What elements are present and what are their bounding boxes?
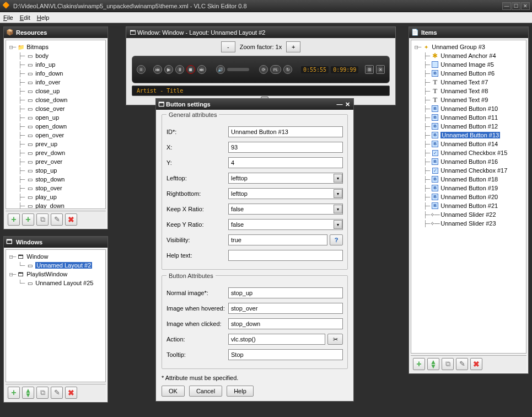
tree-item-bitmap[interactable]: ├─▭open_over [8, 131, 103, 140]
tree-root-bitmaps[interactable]: ⊟─📁Bitmaps [8, 42, 103, 51]
tree-item[interactable]: ├─BUnnamed Button #16 [413, 157, 524, 166]
repeat-icon[interactable]: ↻ [283, 65, 292, 74]
add-button[interactable]: + [413, 358, 425, 370]
x-field[interactable] [228, 142, 343, 153]
resources-tree[interactable]: ⊟─📁Bitmaps ├─▭body├─▭info_up├─▭info_down… [6, 40, 106, 209]
copy-button[interactable]: ⧉ [36, 213, 49, 226]
tree-item[interactable]: ├─BUnnamed Button #13 [413, 131, 524, 140]
reorder-button[interactable]: ▲▼ [22, 387, 34, 399]
tree-item[interactable]: ├─TUnnamed Text #7 [413, 78, 524, 87]
reorder-button[interactable]: ▲▼ [427, 358, 439, 370]
volume-slider[interactable] [227, 68, 249, 71]
items-tree[interactable]: ⊟─✦Unnamed Group #3 ├─✱Unnamed Anchor #4… [411, 40, 526, 354]
menu-help[interactable]: Help [37, 14, 50, 21]
action-field[interactable] [228, 334, 325, 345]
cancel-button[interactable]: Cancel [189, 386, 222, 397]
eq-icon[interactable]: ⊞ [365, 65, 374, 74]
tree-item-layout25[interactable]: └─▭Unnamed Layout #25 [8, 279, 103, 287]
hoverimg-field[interactable] [228, 303, 343, 314]
edit-button[interactable]: ✎ [456, 358, 468, 370]
tree-item-bitmap[interactable]: ├─▭prev_down [8, 148, 103, 157]
tree-item[interactable]: ├─BUnnamed Button #20 [413, 193, 524, 201]
keepx-select[interactable]: false▾ [228, 204, 343, 215]
tree-item-bitmap[interactable]: ├─▭open_down [8, 122, 103, 131]
minimize-button[interactable]: — [502, 2, 511, 10]
copy-button[interactable]: ⧉ [442, 358, 454, 370]
tree-item-playlistwindow[interactable]: ⊟─🗔PlaylistWindow [8, 270, 103, 279]
action-wizard-button[interactable]: ✂ [327, 334, 343, 345]
prev-icon[interactable]: ⏮ [153, 65, 162, 74]
tree-item-bitmap[interactable]: ├─▭info_over [8, 78, 103, 87]
delete-button[interactable]: ✖ [470, 358, 482, 370]
tree-item[interactable]: ├─BUnnamed Button #12 [413, 122, 524, 131]
tree-item-bitmap[interactable]: ├─▭close_down [8, 95, 103, 104]
pl-icon[interactable]: PL [270, 65, 281, 74]
menu-icon[interactable]: ≡ [137, 65, 146, 74]
add-button[interactable]: + [8, 387, 20, 399]
tree-item[interactable]: ├─⟡—Unnamed Slider #22 [413, 210, 524, 219]
delete-button[interactable]: ✖ [65, 387, 77, 399]
tree-item-bitmap[interactable]: ├─▭stop_over [8, 184, 103, 193]
tree-item-bitmap[interactable]: ├─▭play_down [8, 201, 103, 209]
tree-item-bitmap[interactable]: ├─▭info_up [8, 60, 103, 69]
tree-item-bitmap[interactable]: ├─▭close_over [8, 104, 103, 113]
menu-file[interactable]: File [3, 14, 13, 21]
lefttop-select[interactable]: lefttop▾ [228, 173, 343, 184]
helptext-field[interactable] [228, 250, 343, 261]
tree-item[interactable]: ├─BUnnamed Button #10 [413, 104, 524, 113]
id-field[interactable] [228, 126, 343, 137]
normalimg-field[interactable] [228, 287, 343, 298]
tree-item-bitmap[interactable]: ├─▭stop_up [8, 166, 103, 175]
tree-item-bitmap[interactable]: ├─▭play_up [8, 193, 103, 201]
tree-item[interactable]: ├─BUnnamed Button #6 [413, 69, 524, 78]
player-skin-preview[interactable]: ≡ ⏮ ▶ ⏸ ⏹ ⏭ 🔊 ⟳ PL ↻ [132, 56, 390, 83]
tree-item[interactable]: ├─Unnamed Image #5 [413, 60, 524, 69]
edit-button[interactable]: ✎ [51, 213, 63, 226]
maximize-button[interactable]: ☐ [512, 2, 520, 10]
tree-item-bitmap[interactable]: ├─▭open_up [8, 113, 103, 122]
shuffle-icon[interactable]: ⟳ [259, 65, 268, 74]
tree-item-bitmap[interactable]: ├─▭stop_down [8, 175, 103, 184]
tree-item-bitmap[interactable]: ├─▭prev_up [8, 140, 103, 148]
close-skin-icon[interactable]: ✕ [376, 65, 385, 74]
tree-item[interactable]: ├─BUnnamed Button #11 [413, 113, 524, 122]
delete-button[interactable]: ✖ [65, 213, 77, 226]
y-field[interactable] [228, 157, 343, 168]
help-button[interactable]: Help [227, 386, 254, 397]
tree-item-bitmap[interactable]: ├─▭body [8, 51, 103, 60]
add-sub-button[interactable]: + [22, 213, 34, 226]
tree-item-layout2[interactable]: └─▭Unnamed Layout #2 [8, 261, 103, 270]
zoom-in-button[interactable]: + [286, 41, 300, 52]
tree-item-window[interactable]: ⊟─🗔Window [8, 252, 103, 261]
tree-item[interactable]: ├─BUnnamed Button #19 [413, 184, 524, 193]
dialog-close-button[interactable]: ✕ [343, 101, 351, 108]
add-button[interactable]: + [8, 213, 20, 226]
tree-item[interactable]: ├─TUnnamed Text #9 [413, 95, 524, 104]
tree-item[interactable]: ├─⟡—Unnamed Slider #23 [413, 219, 524, 228]
mute-icon[interactable]: 🔊 [216, 65, 225, 74]
tree-item-bitmap[interactable]: ├─▭prev_over [8, 157, 103, 166]
tree-item-bitmap[interactable]: ├─▭close_up [8, 87, 103, 95]
windows-tree[interactable]: ⊟─🗔Window └─▭Unnamed Layout #2 ⊟─🗔Playli… [6, 249, 106, 382]
tree-item[interactable]: ├─✓Unnamed Checkbox #15 [413, 148, 524, 157]
stop-icon[interactable]: ⏹ [186, 65, 195, 74]
tree-item-bitmap[interactable]: ├─▭info_down [8, 69, 103, 78]
ok-button[interactable]: OK [162, 386, 185, 397]
play-icon[interactable]: ▶ [164, 65, 173, 74]
tooltip-field[interactable] [228, 349, 343, 360]
rightbottom-select[interactable]: lefttop▾ [228, 188, 343, 199]
clickimg-field[interactable] [228, 318, 343, 329]
dialog-min-button[interactable]: — [336, 101, 343, 108]
tree-item[interactable]: ├─✓Unnamed Checkbox #17 [413, 166, 524, 175]
close-button[interactable]: ✕ [521, 2, 530, 10]
visibility-field[interactable] [228, 234, 327, 245]
tree-root-group[interactable]: ⊟─✦Unnamed Group #3 [413, 42, 524, 51]
copy-button[interactable]: ⧉ [36, 387, 49, 399]
tree-item[interactable]: ├─BUnnamed Button #21 [413, 201, 524, 210]
tree-item[interactable]: ├─BUnnamed Button #18 [413, 175, 524, 184]
tree-item[interactable]: ├─BUnnamed Button #14 [413, 140, 524, 148]
tree-item[interactable]: ├─✱Unnamed Anchor #4 [413, 51, 524, 60]
edit-button[interactable]: ✎ [51, 387, 63, 399]
keepy-select[interactable]: false▾ [228, 219, 343, 230]
zoom-out-button[interactable]: - [221, 41, 235, 52]
